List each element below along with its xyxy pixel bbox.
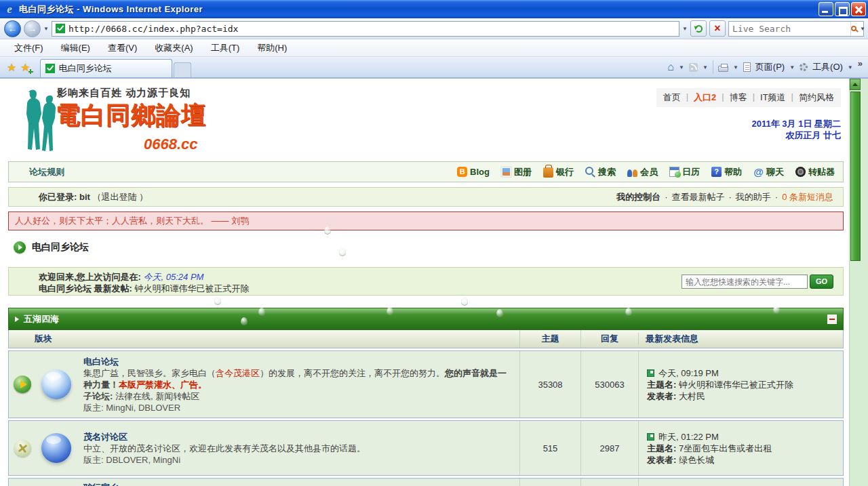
menu-edit[interactable]: 编辑(E) [52,42,99,54]
new-posts-icon[interactable] [14,376,31,393]
forward-button[interactable]: → [24,20,41,37]
quick-search-input[interactable] [682,275,808,289]
bank-link[interactable]: 银行 [543,166,574,178]
poster-label: 发表者: [647,391,676,401]
stop-button[interactable]: × [709,20,726,37]
restore-button[interactable] [835,2,850,16]
print-icon[interactable] [718,66,728,72]
control-panel-link[interactable]: 我的控制台 [616,191,660,203]
forum-rules-link[interactable]: 论坛规则 [9,166,64,178]
chat-link[interactable]: @聊天 [753,166,784,178]
vertical-scrollbar[interactable] [849,79,861,486]
live-search-input[interactable] [729,22,850,36]
column-topics: 主题 [519,330,580,348]
logout-link[interactable]: （退出登陆 ） [92,192,148,202]
welcome-box: 欢迎回来,您上次访问是在: 今天, 05:24 PM 电白同乡论坛 最新发帖: … [8,267,844,296]
search-link[interactable]: 搜索 [585,166,616,178]
last-topic-link[interactable]: 钟火明和谭伟华已被正式开除 [679,380,793,390]
no-new-posts-icon[interactable] [13,439,32,458]
feeds-icon[interactable] [689,63,698,72]
nav-home[interactable]: 首页 [663,92,681,104]
members-link[interactable]: 会员 [627,166,658,178]
calendar-link[interactable]: 日历 [669,166,700,178]
forum-link[interactable]: 电白论坛 [83,357,119,367]
link-label: 图册 [514,166,532,178]
view-new-posts-link[interactable]: 查看最新帖子 [671,191,724,203]
dot-separator: · [665,192,667,202]
nav-simple-style[interactable]: 简约风格 [799,92,834,104]
address-dropdown[interactable]: ▼ [682,26,688,32]
close-button[interactable] [851,2,866,16]
print-dropdown[interactable]: ▼ [733,64,738,70]
droplet-decoration [324,226,331,235]
latest-post-link[interactable]: 钟火明和谭伟华已被正式开除 [135,283,250,293]
tools-menu[interactable]: 工具(O) [812,61,843,73]
subforum-links[interactable]: 法律在线, 新闻转帖区 [115,391,199,401]
minimize-button[interactable] [818,2,833,16]
window-title: 电白同乡论坛 - Windows Internet Explorer [19,3,203,16]
tab-favicon [45,64,55,73]
last-post-time: 今天, 09:19 PM [658,368,719,378]
menu-file[interactable]: 文件(F) [5,42,52,54]
page-menu[interactable]: 页面(P) [755,61,785,73]
gear-icon[interactable] [800,63,808,71]
username[interactable]: bit [79,192,90,202]
url-text[interactable]: http://0668.cc/index.php?act=idx [68,24,238,34]
category-header[interactable]: 五湖四海 [8,308,844,330]
menu-favorites[interactable]: 收藏夹(A) [146,42,201,54]
new-tab-stub[interactable] [174,62,191,77]
my-assistant-link[interactable]: 我的助手 [736,191,771,203]
page-dropdown[interactable]: ▼ [789,64,795,70]
search-go-button[interactable] [850,22,856,36]
site-favicon [56,24,65,33]
logo-people-silhouettes [19,88,58,152]
new-messages-link[interactable]: 0 条新短消息 [782,191,833,203]
forum-link[interactable]: 茂名讨论区 [83,432,127,442]
last-topic-link[interactable]: 7坐面包车出售或者出租 [679,443,772,453]
moderator-links[interactable]: DBLOVER, MingNi [106,455,180,465]
album-link[interactable]: 图册 [501,166,532,178]
back-button[interactable]: ← [4,20,21,37]
droplet-decoration [387,307,393,315]
droplet-decoration [339,248,346,256]
refresh-button[interactable] [690,20,707,37]
home-dropdown[interactable]: ▼ [679,64,684,70]
menu-tools[interactable]: 工具(T) [202,42,249,54]
history-dropdown[interactable]: ▼ [43,26,49,32]
scroll-up-button[interactable] [850,79,861,90]
nav-it-channel[interactable]: IT频道 [760,92,786,104]
category-title[interactable]: 五湖四海 [24,313,59,325]
favorites-center-icon[interactable]: ★ [7,61,16,74]
ie-logo-icon: e [3,3,16,16]
home-icon[interactable]: ⌂ [667,61,674,73]
moderator-links[interactable]: MingNi, DBLOVER [106,403,180,413]
collapse-arrow-icon[interactable] [14,241,26,254]
last-poster-link[interactable]: 绿色长城 [679,455,714,465]
repost-link[interactable]: 转贴器 [795,166,835,178]
board-title[interactable]: 电白同乡论坛 [32,241,89,254]
url-field[interactable]: http://0668.cc/index.php?act=idx [52,21,679,37]
help-link[interactable]: ?帮助 [711,166,742,178]
goto-last-post-icon[interactable] [647,433,654,441]
menu-view[interactable]: 查看(V) [99,42,146,54]
scrollbar-thumb[interactable] [850,92,861,261]
nav-entrance2[interactable]: 入口2 [694,92,716,104]
collapse-button[interactable] [827,315,837,324]
nav-blog[interactable]: 博客 [730,92,747,104]
add-favorite-icon[interactable]: ★ [20,61,30,74]
tools-dropdown[interactable]: ▼ [848,64,853,70]
go-button[interactable]: GO [810,275,833,289]
feeds-dropdown[interactable]: ▼ [703,64,708,70]
menu-help[interactable]: 帮助(H) [248,42,296,54]
blog-link[interactable]: BBlog [457,167,490,177]
page-icon[interactable] [743,62,751,72]
overflow-chevron[interactable]: » [858,57,863,68]
column-header-row: 版块 主题 回复 最新发表信息 [8,330,844,348]
tab-active[interactable]: 电白同乡论坛 [40,59,172,77]
link-label: 会员 [640,166,658,178]
last-poster-link[interactable]: 大村民 [679,391,705,401]
forum-link[interactable]: 驴行家乡 [83,483,119,486]
goto-last-post-icon[interactable] [647,369,654,377]
droplet-decoration [258,308,265,316]
link-label: 银行 [556,166,574,178]
